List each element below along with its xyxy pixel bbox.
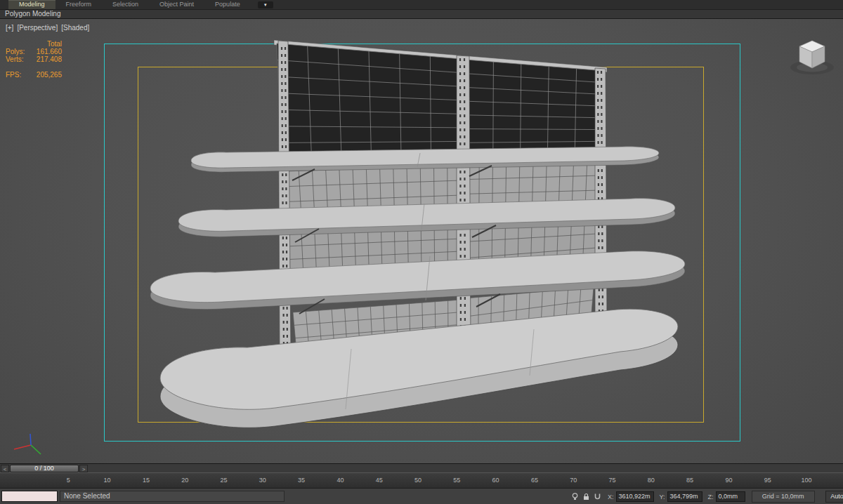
viewport-general-menu[interactable]: [+] — [6, 24, 13, 32]
frame-tick: 80 — [648, 477, 655, 484]
frame-tick: 75 — [608, 477, 615, 484]
frame-tick: 35 — [298, 477, 305, 484]
frame-tick: 30 — [259, 477, 266, 484]
stats-total-label: Total — [31, 40, 62, 48]
next-frame-button[interactable]: > — [79, 465, 88, 472]
time-slider-handle[interactable]: 0 / 100 — [10, 465, 79, 472]
viewport-pov-menu[interactable]: [Perspective] — [17, 24, 58, 32]
tab-freeform[interactable]: Freeform — [55, 0, 103, 9]
selection-prompt: None Selected — [60, 491, 285, 502]
tab-modeling[interactable]: Modeling — [8, 0, 55, 9]
auto-key-button[interactable]: Auto — [825, 491, 843, 503]
maxscript-mini-listener[interactable] — [1, 491, 58, 502]
track-bar[interactable]: 5101520253035404550556065707580859095100 — [0, 472, 843, 488]
grid-spacing-display: Grid = 10,0mm — [752, 491, 815, 503]
frame-tick: 70 — [570, 477, 577, 484]
tab-object-paint[interactable]: Object Paint — [149, 0, 204, 9]
frame-tick: 85 — [686, 477, 693, 484]
tab-populate[interactable]: Populate — [204, 0, 251, 9]
status-bar: None Selected X: 3610,922m Y: 364,799m Z… — [0, 488, 843, 504]
stats-polys-value: 161.660 — [31, 48, 62, 55]
viewcube[interactable] — [784, 30, 840, 82]
tab-selection[interactable]: Selection — [102, 0, 149, 9]
selection-lock-icon[interactable] — [582, 492, 591, 501]
y-coordinate-label: Y: — [660, 493, 665, 500]
stats-fps-label: FPS: — [6, 71, 31, 79]
snaps-toggle-icon[interactable] — [593, 492, 602, 501]
stats-polys-label: Polys: — [6, 48, 31, 55]
model-shelving-unit[interactable] — [14, 40, 685, 454]
ribbon-tab-bar: Modeling Freeform Selection Object Paint… — [0, 0, 843, 9]
frame-tick: 45 — [376, 477, 383, 484]
y-coordinate-field[interactable]: 364,799m — [667, 491, 702, 502]
frame-tick: 100 — [801, 477, 811, 484]
x-coordinate-field[interactable]: 3610,922m — [616, 491, 654, 502]
frame-tick: 40 — [336, 477, 344, 484]
polygon-modeling-panel-header[interactable]: Polygon Modeling — [0, 9, 843, 19]
viewport-shading-menu[interactable]: [Shaded] — [61, 24, 89, 32]
stats-fps-value: 205,265 — [31, 71, 62, 79]
z-coordinate-label: Z: — [708, 493, 714, 500]
adaptive-degradation-icon[interactable] — [570, 492, 580, 501]
frame-tick: 55 — [453, 477, 460, 484]
frame-tick: 10 — [104, 477, 111, 484]
frame-tick: 5 — [67, 477, 70, 484]
viewport-label: [+][Perspective][Shaded] — [6, 24, 93, 32]
frame-tick: 15 — [143, 477, 150, 484]
time-slider[interactable]: < 0 / 100 > — [0, 463, 843, 472]
frame-tick: 50 — [414, 477, 422, 484]
z-coordinate-field[interactable]: 0,0mm — [716, 491, 745, 502]
frame-tick: 60 — [492, 477, 499, 484]
frame-tick: 25 — [220, 477, 227, 484]
frame-tick: 20 — [181, 477, 188, 484]
previous-frame-button[interactable]: < — [1, 465, 9, 472]
frame-tick: 90 — [725, 477, 732, 484]
stats-verts-label: Verts: — [6, 55, 31, 63]
world-axis-tripod — [14, 434, 41, 454]
perspective-viewport[interactable]: [+][Perspective][Shaded] Total Polys:161… — [0, 19, 843, 463]
stats-verts-value: 217.408 — [31, 55, 62, 63]
frame-tick: 65 — [531, 477, 538, 484]
ribbon-config-icon[interactable]: ▾ — [258, 1, 273, 8]
model-canvas — [0, 19, 843, 463]
x-coordinate-label: X: — [608, 493, 614, 500]
frame-tick: 95 — [764, 477, 771, 484]
viewport-statistics: Total Polys:161.660 Verts:217.408 FPS:20… — [6, 40, 62, 79]
